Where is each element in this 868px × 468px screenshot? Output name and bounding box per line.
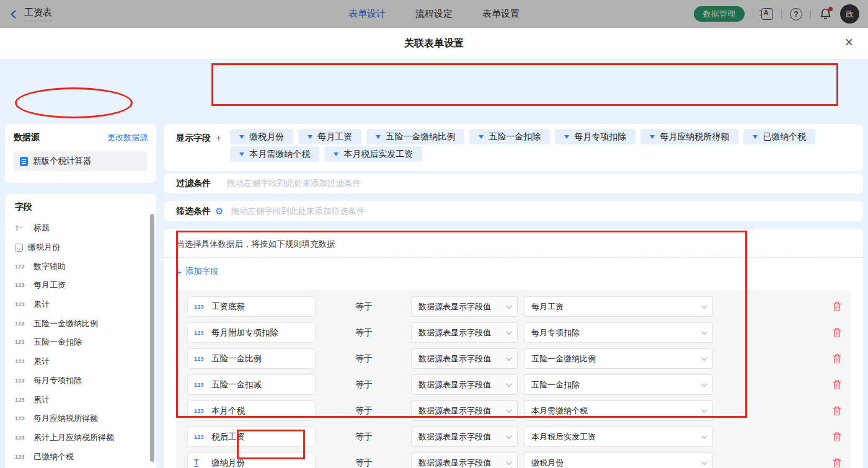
rule-target-field[interactable]: 税后工资 [187, 426, 316, 447]
rule-source-select[interactable]: 数据源表显示字段值 [411, 296, 518, 317]
display-field-tag[interactable]: 本月需缴纳个税 [230, 146, 319, 162]
rule-value-select[interactable]: 每月专项扣除 [524, 322, 713, 343]
close-icon[interactable]: × [845, 35, 853, 50]
rule-row: 本月个税 等于 数据源表显示字段值 本月需缴纳个税 [176, 398, 851, 424]
rule-row: 五险一金比例 等于 数据源表显示字段值 五险一金缴纳比例 [176, 346, 851, 372]
rule-value-select[interactable]: 缴税月份 [524, 453, 713, 468]
rule-target-field[interactable]: 工资底薪 [187, 296, 316, 317]
number-field-icon [15, 263, 29, 270]
display-field-tag[interactable]: 每月应纳税所得额 [640, 129, 738, 144]
rule-operator: 等于 [355, 327, 376, 338]
trash-icon [832, 457, 842, 468]
field-list-item[interactable]: 五险一金缴纳比例 [15, 314, 156, 333]
rule-value-select[interactable]: 本月需缴纳个税 [524, 400, 713, 421]
rule-operator: 等于 [355, 353, 376, 364]
rule-target-field[interactable]: 五险一金扣减 [187, 374, 316, 395]
field-list-item[interactable]: 累计 [15, 352, 156, 371]
display-field-tag[interactable]: 每月专项扣除 [555, 129, 636, 144]
chevron-down-icon [506, 329, 512, 335]
notification-bell-icon[interactable] [819, 7, 832, 20]
tab-form-setting[interactable]: 表单设置 [482, 8, 520, 20]
rule-value-select[interactable]: 本月税后实发工资 [524, 426, 713, 447]
rule-source-select[interactable]: 数据源表显示字段值 [411, 426, 518, 447]
delete-rule-button[interactable] [832, 379, 842, 390]
field-list-item[interactable]: 累计上月应纳税所得额 [15, 428, 156, 448]
sift-condition-label: 筛选条件 [176, 206, 211, 217]
field-list-item[interactable]: 已缴纳个税 [15, 447, 156, 466]
number-field-icon [15, 377, 29, 384]
delete-rule-button[interactable] [832, 431, 842, 442]
rule-value-select[interactable]: 五险一金扣除 [524, 374, 713, 395]
chevron-down-icon [506, 433, 512, 439]
delete-rule-button[interactable] [832, 457, 842, 468]
gear-icon[interactable]: ⚙ [215, 206, 223, 216]
rule-target-field[interactable]: 五险一金比例 [187, 348, 316, 369]
rule-target-field[interactable]: 缴纳月份 [187, 453, 316, 468]
field-list-item[interactable]: 每月专项扣除 [15, 371, 156, 391]
select-field-icon [15, 244, 23, 252]
delete-rule-button[interactable] [832, 353, 842, 364]
rule-value-select[interactable]: 五险一金缴纳比例 [524, 348, 713, 369]
field-list-item[interactable]: 累计 [15, 295, 156, 314]
chevron-down-icon [506, 381, 512, 387]
rule-target-field[interactable]: 每月附加专项扣除 [187, 322, 316, 343]
modal-title: 关联表单设置 [404, 37, 464, 50]
datasource-panel: 数据源 更改数据源 新版个税计算器 [5, 124, 156, 183]
number-field-icon [15, 454, 29, 460]
rule-row: 五险一金扣减 等于 数据源表显示字段值 五险一金扣除 [176, 372, 851, 398]
field-list-item[interactable]: 每月工资 [15, 276, 156, 295]
dropdown-triangle-icon [650, 135, 655, 139]
change-datasource-link[interactable]: 更改数据源 [107, 132, 148, 143]
display-field-tag[interactable]: 缴税月份 [230, 129, 293, 144]
rule-value-select[interactable]: 每月工资 [524, 296, 713, 317]
rule-row: 每月附加专项扣除 等于 数据源表显示字段值 每月专项扣除 [176, 320, 851, 346]
rule-source-select[interactable]: 数据源表显示字段值 [411, 400, 518, 421]
display-fields-label: 显示字段 [176, 133, 211, 144]
datasource-selected-item[interactable]: 新版个税计算器 [14, 151, 148, 171]
scrollbar-thumb[interactable] [150, 214, 154, 462]
field-list-item[interactable]: 缴税月份 [15, 238, 156, 257]
chevron-down-icon [701, 329, 707, 335]
number-field-icon [15, 397, 29, 403]
number-field-icon [15, 435, 29, 441]
rule-target-field[interactable]: 本月个税 [187, 400, 316, 421]
dropdown-triangle-icon [334, 152, 339, 156]
notification-badge [828, 7, 833, 11]
rule-source-select[interactable]: 数据源表显示字段值 [411, 322, 518, 343]
number-field-icon [15, 301, 29, 307]
delete-rule-button[interactable] [832, 301, 842, 312]
document-icon [20, 157, 28, 166]
contacts-icon[interactable] [761, 8, 773, 20]
filter-condition-dropzone[interactable]: 拖动左侧字段到此处来添加过滤条件 [227, 178, 361, 189]
display-field-tag[interactable]: 五险一金缴纳比例 [366, 129, 464, 144]
display-field-tag[interactable]: 已缴纳个税 [743, 129, 815, 144]
field-list-item[interactable]: 每月应纳税所得额 [15, 409, 156, 428]
chevron-down-icon [701, 433, 707, 439]
field-list-item[interactable]: 数字辅助 [15, 257, 156, 276]
dropdown-triangle-icon [479, 135, 484, 139]
chevron-down-icon [506, 459, 512, 465]
add-display-field-icon[interactable]: + [216, 133, 221, 143]
rule-source-select[interactable]: 数据源表显示字段值 [411, 348, 518, 369]
field-list-item[interactable]: 累计 [15, 390, 156, 409]
topbar-tabs: 表单设计 流程设定 表单设置 [0, 8, 868, 20]
tab-form-design[interactable]: 表单设计 [348, 8, 386, 20]
delete-rule-button[interactable] [832, 327, 842, 338]
trash-icon [832, 431, 842, 442]
rule-source-select[interactable]: 数据源表显示字段值 [411, 374, 518, 395]
delete-rule-button[interactable] [832, 405, 842, 416]
chevron-down-icon [701, 459, 707, 465]
modal-header: 关联表单设置 × [0, 28, 868, 59]
number-field-icon [194, 408, 206, 414]
display-field-tag[interactable]: 每月工资 [298, 129, 361, 144]
add-field-button[interactable]: + 添加字段 [176, 266, 219, 277]
display-field-tag[interactable]: 本月税后实发工资 [324, 146, 422, 162]
rule-source-select[interactable]: 数据源表显示字段值 [411, 453, 518, 468]
tab-flow-setting[interactable]: 流程设定 [415, 8, 453, 20]
field-list-item[interactable]: 标题 [15, 219, 156, 238]
sift-condition-dropzone[interactable]: 拖动左侧字段到此处来添加筛选条件 [231, 206, 365, 217]
field-list-item[interactable]: 五险一金扣除 [15, 333, 156, 352]
display-field-tag[interactable]: 五险一金扣除 [469, 129, 550, 144]
rules-list: 工资底薪 等于 数据源表显示字段值 每月工资 [176, 290, 851, 468]
number-field-icon [15, 415, 29, 422]
